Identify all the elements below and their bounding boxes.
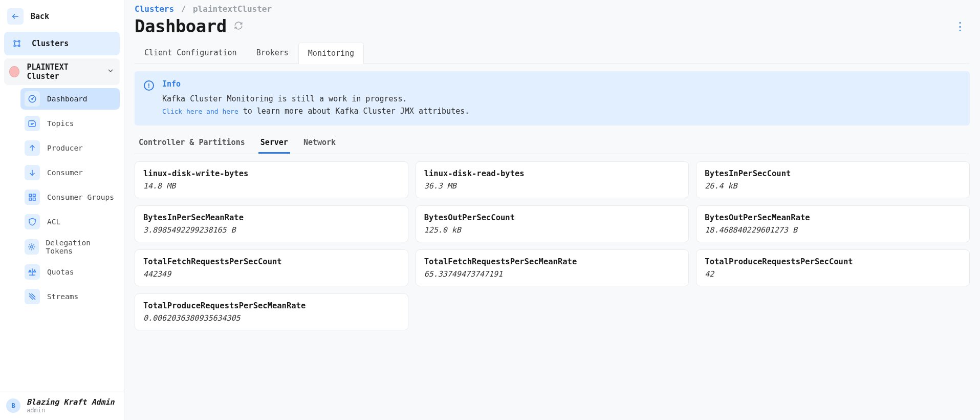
breadcrumb-current: plaintextCluster	[193, 4, 272, 14]
metric-card: BytesInPerSecCount26.4 kB	[696, 161, 970, 198]
back-label: Back	[31, 12, 49, 21]
sidebar-item-topics[interactable]: Topics	[20, 113, 120, 134]
cluster-name-label: PLAINTEXT Cluster	[27, 62, 99, 81]
metric-cards: linux-disk-write-bytes14.8 MBlinux-disk-…	[135, 161, 970, 330]
back-button[interactable]: Back	[4, 4, 120, 32]
main-tabs: Client ConfigurationBrokersMonitoring	[135, 41, 970, 64]
sidebar-item-label: Consumer	[47, 169, 83, 177]
sidebar-item-producer[interactable]: Producer	[20, 137, 120, 159]
metric-card: BytesOutPerSecMeanRate18.468840229601273…	[696, 205, 970, 242]
user-name: Blazing Kraft Admin	[27, 397, 115, 407]
breadcrumb: Clusters / plaintextCluster	[135, 4, 970, 14]
info-title: Info	[162, 79, 469, 89]
tab-brokers[interactable]: Brokers	[247, 41, 298, 64]
subtab-controller-partitions[interactable]: Controller & Partitions	[137, 133, 247, 154]
metric-card: BytesInPerSecMeanRate3.8985492299238165 …	[135, 205, 408, 242]
metric-value: 42	[705, 269, 961, 279]
topics-icon	[25, 116, 40, 131]
sidebar-item-label: Producer	[47, 144, 83, 152]
sidebar-item-label: Topics	[47, 119, 74, 128]
metric-title: TotalFetchRequestsPerSecCount	[143, 257, 400, 266]
metric-value: 18.468840229601273 B	[705, 225, 961, 235]
avatar: B	[6, 398, 20, 413]
clusters-label: Clusters	[32, 39, 69, 48]
cluster-selector[interactable]: PLAINTEXT Cluster	[4, 58, 120, 85]
metric-title: TotalProduceRequestsPerSecMeanRate	[143, 301, 400, 310]
svg-point-0	[14, 40, 15, 42]
more-options-button[interactable]: ⋮	[950, 20, 970, 33]
sidebar-item-acl[interactable]: ACL	[20, 211, 120, 233]
info-line1: Kafka Cluster Monitoring is still a work…	[162, 94, 407, 103]
svg-rect-9	[33, 198, 36, 201]
svg-rect-7	[33, 194, 36, 197]
sidebar-item-label: Delegation Tokens	[46, 239, 116, 255]
metric-card: TotalFetchRequestsPerSecCount442349	[135, 249, 408, 286]
breadcrumb-separator: /	[181, 4, 186, 14]
dashboard-icon	[25, 91, 40, 107]
main-content: Clusters / plaintextCluster Dashboard ⋮ …	[124, 0, 980, 420]
chevron-down-icon	[106, 67, 115, 77]
metric-card: TotalProduceRequestsPerSecMeanRate0.0062…	[135, 293, 408, 330]
metric-title: BytesOutPerSecCount	[424, 213, 681, 222]
svg-rect-6	[29, 194, 32, 197]
metric-value: 442349	[143, 269, 400, 279]
refresh-button[interactable]	[234, 21, 243, 32]
sidebar: Back Clusters PLAINTEXT Cluster	[0, 0, 124, 420]
svg-point-1	[18, 40, 20, 42]
sidebar-item-label: Quotas	[47, 268, 74, 276]
monitoring-subtabs: Controller & PartitionsServerNetwork	[135, 133, 970, 154]
streams-icon	[25, 289, 40, 304]
sidebar-item-label: Streams	[47, 292, 78, 301]
info-link[interactable]: Click here and here	[162, 108, 238, 115]
tab-client-configuration[interactable]: Client Configuration	[135, 41, 247, 64]
sidebar-item-clusters[interactable]: Clusters	[4, 32, 120, 55]
metric-card: TotalFetchRequestsPerSecMeanRate65.33749…	[416, 249, 689, 286]
svg-point-3	[18, 45, 20, 47]
metric-title: BytesInPerSecCount	[705, 169, 961, 178]
info-icon: !	[144, 80, 154, 91]
sidebar-item-label: Dashboard	[47, 95, 88, 103]
consumer-icon	[25, 165, 40, 180]
metric-title: TotalProduceRequestsPerSecCount	[705, 257, 961, 266]
info-banner: ! Info Kafka Cluster Monitoring is still…	[135, 71, 970, 125]
sidebar-item-streams[interactable]: Streams	[20, 286, 120, 307]
metric-value: 3.8985492299238165 B	[143, 225, 400, 235]
subtab-server[interactable]: Server	[258, 133, 290, 154]
subtab-network[interactable]: Network	[301, 133, 338, 154]
sidebar-item-quotas[interactable]: Quotas	[20, 261, 120, 283]
producer-icon	[25, 140, 40, 156]
tab-monitoring[interactable]: Monitoring	[298, 42, 364, 64]
info-line2: to learn more about Kafka Cluster JMX at…	[238, 107, 470, 116]
back-arrow-icon	[7, 8, 24, 25]
metric-card: BytesOutPerSecCount125.0 kB	[416, 205, 689, 242]
svg-point-2	[14, 45, 15, 47]
metric-card: TotalProduceRequestsPerSecCount42	[696, 249, 970, 286]
sidebar-item-dashboard[interactable]: Dashboard	[20, 88, 120, 110]
metric-value: 65.33749473747191	[424, 269, 681, 279]
metric-value: 26.4 kB	[705, 181, 961, 191]
metric-card: linux-disk-read-bytes36.3 MB	[416, 161, 689, 198]
sidebar-item-consumer[interactable]: Consumer	[20, 162, 120, 183]
quotas-icon	[25, 264, 40, 280]
metric-title: linux-disk-write-bytes	[143, 169, 400, 178]
svg-rect-8	[29, 198, 32, 201]
metric-title: linux-disk-read-bytes	[424, 169, 681, 178]
delegation-tokens-icon	[25, 239, 39, 255]
consumer-groups-icon	[25, 190, 40, 205]
metric-value: 36.3 MB	[424, 181, 681, 191]
clusters-icon	[9, 36, 25, 51]
sidebar-item-consumer-groups[interactable]: Consumer Groups	[20, 186, 120, 208]
sidebar-item-label: Consumer Groups	[47, 193, 114, 201]
metric-title: BytesInPerSecMeanRate	[143, 213, 400, 222]
cluster-status-dot	[9, 66, 19, 77]
metric-title: TotalFetchRequestsPerSecMeanRate	[424, 257, 681, 266]
user-footer[interactable]: B Blazing Kraft Admin admin	[0, 391, 124, 420]
metric-value: 14.8 MB	[143, 181, 400, 191]
acl-icon	[25, 214, 40, 229]
metric-value: 0.0062036380935634305	[143, 313, 400, 323]
breadcrumb-root[interactable]: Clusters	[135, 4, 174, 14]
sidebar-item-label: ACL	[47, 218, 60, 226]
sidebar-item-delegation-tokens[interactable]: Delegation Tokens	[20, 236, 120, 258]
metric-card: linux-disk-write-bytes14.8 MB	[135, 161, 408, 198]
metric-title: BytesOutPerSecMeanRate	[705, 213, 961, 222]
